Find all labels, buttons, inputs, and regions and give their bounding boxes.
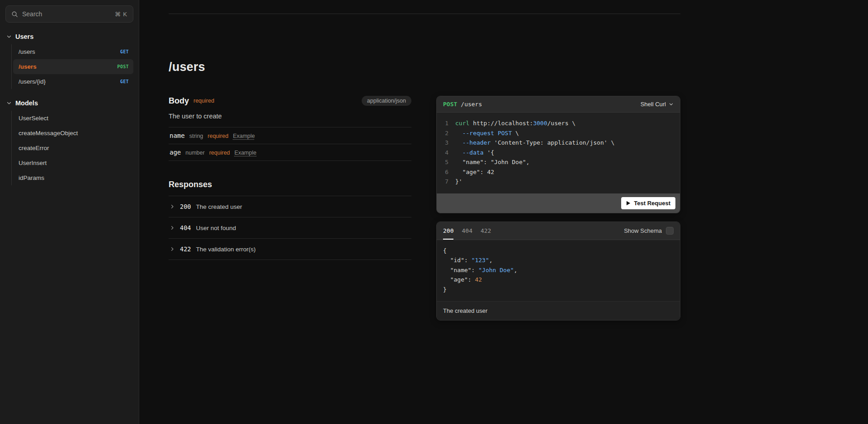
status-tab-200[interactable]: 200 <box>443 222 453 240</box>
test-request-button[interactable]: Test Request <box>621 197 675 209</box>
model-label: createError <box>19 145 49 151</box>
code-token: '{ <box>484 148 494 158</box>
code-line: 7 }' <box>442 177 674 187</box>
line-number: 2 <box>442 128 448 138</box>
code-line: "age": 42 <box>443 275 674 285</box>
method-badge-get: GET <box>120 49 129 54</box>
responses-title: Responses <box>169 180 411 196</box>
sidebar-item-userselect[interactable]: UserSelect <box>13 111 133 126</box>
code-token: "name": "John Doe", <box>455 157 529 167</box>
response-code: 404 <box>180 224 191 231</box>
client-selector-label: Shell Curl <box>641 101 666 108</box>
code-token: "id": <box>443 255 472 265</box>
code-token: curl <box>455 118 473 128</box>
body-description: The user to create <box>169 113 411 127</box>
doc-column: Body required application/json The user … <box>169 74 411 320</box>
code-token: }' <box>455 177 462 187</box>
sidebar-models-items: UserSelect createMessageObject createErr… <box>11 111 133 185</box>
code-line: 4 --data '{ <box>442 148 674 158</box>
chevron-down-icon <box>6 34 12 39</box>
model-label: UserInsert <box>19 160 47 166</box>
code-line: 6 "age": 42 <box>442 167 674 177</box>
code-token: 3000 <box>533 118 547 128</box>
page-title: /users <box>169 60 680 74</box>
code-token: { <box>443 246 447 256</box>
endpoint-label: /users <box>19 48 35 55</box>
search-input[interactable] <box>22 10 111 18</box>
chevron-down-icon <box>669 102 674 107</box>
play-icon <box>626 201 631 206</box>
body-required-label: required <box>193 98 214 104</box>
request-code-block: 1 curl http://localhost: 3000 /users \ 2… <box>437 113 680 193</box>
response-description: User not found <box>196 225 236 231</box>
status-tab-422[interactable]: 422 <box>481 222 491 240</box>
field-example-link[interactable]: Example <box>235 150 257 156</box>
test-request-label: Test Request <box>634 200 670 207</box>
line-number: 5 <box>442 157 448 167</box>
show-schema-checkbox[interactable] <box>666 227 674 235</box>
status-tab-404[interactable]: 404 <box>462 222 472 240</box>
sidebar-item-idparams[interactable]: idParams <box>13 170 133 185</box>
code-token: } <box>443 285 447 295</box>
response-code: 200 <box>180 203 191 210</box>
model-label: createMessageObject <box>19 130 78 137</box>
method-badge-post: POST <box>117 64 129 69</box>
request-card-footer: Test Request <box>437 193 680 213</box>
search-icon <box>11 11 18 18</box>
field-name: age <box>170 149 181 156</box>
code-token: "name": <box>443 265 478 275</box>
model-label: UserSelect <box>19 115 48 122</box>
top-divider <box>169 14 680 14</box>
request-path: /users <box>461 101 482 108</box>
sidebar-group-label: Models <box>15 99 38 107</box>
code-line: } <box>443 285 674 295</box>
request-example-card: POST /users Shell Curl 1 curl <box>436 96 680 213</box>
model-label: idParams <box>19 174 44 181</box>
sidebar-item-users-get[interactable]: /users GET <box>13 44 133 59</box>
code-line: 5 "name": "John Doe", <box>442 157 674 167</box>
field-row-name: name string required Example <box>169 127 411 144</box>
response-card-header: 200 404 422 Show Schema <box>437 222 680 240</box>
field-name: name <box>170 132 185 139</box>
line-number: 7 <box>442 177 448 187</box>
endpoint-label: /users/{id} <box>19 78 46 85</box>
field-example-link[interactable]: Example <box>233 133 255 139</box>
search-shortcut: ⌘ K <box>115 11 127 18</box>
client-selector-dropdown[interactable]: Shell Curl <box>641 101 674 108</box>
chevron-right-icon <box>170 225 175 231</box>
sidebar-item-users-id-get[interactable]: /users/{id} GET <box>13 74 133 89</box>
show-schema-toggle: Show Schema <box>624 222 674 240</box>
code-token: "John Doe" <box>478 265 514 275</box>
sidebar-item-userinsert[interactable]: UserInsert <box>13 155 133 170</box>
response-code: 422 <box>180 245 191 253</box>
sidebar-group-users[interactable]: Users <box>5 29 133 44</box>
code-token: "123" <box>472 255 489 265</box>
sidebar-users-items: /users GET /users POST /users/{id} GET <box>11 44 133 89</box>
field-row-age: age number required Example <box>169 144 411 161</box>
response-description: The validation error(s) <box>196 246 255 253</box>
response-row-422[interactable]: 422 The validation error(s) <box>169 239 411 260</box>
response-json-block: { "id": "123" , "name": "John Doe" , <box>437 240 680 302</box>
sidebar-group-models[interactable]: Models <box>5 95 133 111</box>
chevron-right-icon <box>170 204 175 209</box>
code-token: "age": 42 <box>455 167 494 177</box>
code-line: 1 curl http://localhost: 3000 /users \ <box>442 118 674 128</box>
code-token: --data <box>455 148 484 158</box>
sidebar-item-createmessageobject[interactable]: createMessageObject <box>13 126 133 141</box>
code-line: "name": "John Doe" , <box>443 265 674 275</box>
code-line: 2 --request POST \ <box>442 128 674 138</box>
chevron-right-icon <box>170 246 175 252</box>
field-required: required <box>208 133 228 139</box>
sidebar-group-label: Users <box>15 33 33 40</box>
line-number: 6 <box>442 167 448 177</box>
response-example-card: 200 404 422 Show Schema { "id" <box>436 221 680 321</box>
content-type-badge: application/json <box>362 96 411 106</box>
response-row-200[interactable]: 200 The created user <box>169 196 411 217</box>
request-card-header: POST /users Shell Curl <box>437 96 680 113</box>
search-box[interactable]: ⌘ K <box>5 5 133 23</box>
sidebar-item-createerror[interactable]: createError <box>13 141 133 155</box>
response-row-404[interactable]: 404 User not found <box>169 217 411 239</box>
sidebar-item-users-post[interactable]: /users POST <box>13 59 133 74</box>
response-description: The created user <box>196 203 242 210</box>
field-type: number <box>185 150 204 156</box>
